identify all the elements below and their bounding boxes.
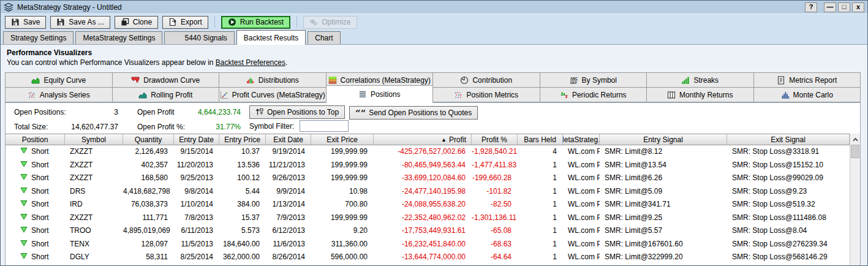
visualizer-tab-equity-curve[interactable]: Equity Curve — [5, 72, 113, 88]
column-header-exit-signal[interactable]: Exit Signal — [727, 134, 850, 145]
minimize-button[interactable]: — — [824, 2, 836, 12]
cell: 8/26/2014 — [266, 251, 311, 264]
cell: 311,360.00 — [311, 238, 374, 251]
close-button[interactable]: x — [852, 2, 864, 12]
position-type-cell: Short — [6, 159, 65, 172]
positions-icon — [358, 90, 367, 99]
column-label: Profit % — [481, 135, 507, 144]
drawdown-curve-icon — [131, 76, 140, 85]
cell: WL.com P... — [563, 224, 600, 238]
table-row[interactable]: ShortTENX128,09711/5/2013184,640.0011/6/… — [6, 238, 850, 251]
visualizer-tab-distributions[interactable]: Distributions — [219, 72, 326, 88]
button-label: Optimize — [322, 18, 350, 26]
column-header-position[interactable]: Position — [6, 134, 65, 145]
save-icon — [11, 18, 20, 26]
cell: WL.com P... — [563, 172, 600, 185]
cell: 596,000.00 — [311, 251, 374, 264]
cell: WL.com P... — [563, 211, 600, 225]
column-header-exit-price[interactable]: Exit Price — [311, 134, 374, 145]
export-button[interactable]: Export — [162, 16, 208, 29]
scrollbar-thumb[interactable] — [851, 145, 859, 158]
visualizer-tab-monte-carlo[interactable]: Monte Carlo — [753, 87, 861, 102]
visualizer-tab-analysis-series[interactable]: Analysis Series — [5, 87, 113, 102]
tab-metastrategy-settings[interactable]: MetaStrategy Settings — [75, 31, 162, 44]
monthly-returns-icon — [667, 91, 676, 99]
column-header-bars-held[interactable]: Bars Held — [518, 134, 563, 145]
column-header-quantity[interactable]: Quantity — [123, 134, 174, 145]
visualizer-tab-rolling-profit[interactable]: Rolling Profit — [112, 87, 220, 102]
short-triangle-icon — [20, 172, 28, 185]
visualizer-tab-monthly-returns[interactable]: Monthly Returns — [646, 87, 754, 102]
tab-5440-signals[interactable]: 5440 Signals — [164, 31, 234, 44]
column-header-symbol[interactable]: Symbol — [65, 134, 123, 145]
table-row[interactable]: ShortZXZZT111,7717/8/201315.377/9/201319… — [6, 211, 850, 225]
clone-icon — [121, 18, 129, 26]
cell: WL.com P... — [563, 251, 600, 264]
cell-value: Short — [31, 185, 49, 199]
cell: 184,640.00 — [219, 238, 266, 251]
cell: SMR: Limit@6.26 — [600, 172, 727, 185]
visualizer-tab-row-2: Analysis SeriesRolling ProfitProfit Curv… — [5, 87, 861, 102]
subtitle-text: You can control which Performance Visual… — [7, 58, 216, 67]
column-header-exit-date[interactable]: Exit Date — [266, 134, 311, 145]
column-header-entry-date[interactable]: Entry Date — [174, 134, 219, 145]
visualizer-tab-profit-curves-metastrategy[interactable]: Profit Curves (MetaStrategy) — [219, 87, 326, 102]
cell: SMR: Stop Loss@15152.10 — [727, 159, 850, 172]
cell: 9/25/2013 — [174, 172, 219, 185]
table-row[interactable]: ShortDRS4,418,682,7989/8/20145.449/9/201… — [6, 185, 850, 199]
visualizer-tab-periodic-returns[interactable]: Periodic Returns — [540, 87, 647, 102]
scroll-up-button[interactable] — [850, 134, 860, 145]
app-icon — [4, 2, 13, 12]
cell-value: Short — [31, 198, 49, 211]
rolling-profit-icon — [138, 91, 147, 99]
vertical-scrollbar[interactable] — [850, 134, 860, 265]
symbol-filter-input[interactable] — [300, 120, 349, 132]
tab-strategy-settings[interactable]: Strategy Settings — [3, 31, 74, 44]
table-row[interactable]: ShortIRD76,038,3731/10/2014384.001/13/20… — [6, 198, 850, 211]
cell: 128,097 — [123, 238, 174, 251]
table-row[interactable]: ShortZXZZT2,126,4939/15/201410.379/19/20… — [6, 145, 850, 159]
tab-backtest-results[interactable]: Backtest Results — [236, 30, 306, 45]
visualizer-tab-drawdown-curve[interactable]: Drawdown Curve — [112, 72, 220, 88]
tab-label: Chart — [315, 34, 333, 42]
svg-text:ABC: ABC — [570, 77, 578, 80]
cell-value: Short — [31, 238, 49, 251]
button-label: Export — [181, 18, 202, 26]
visualizer-tab-metrics-report[interactable]: Metrics Report — [753, 72, 861, 88]
save-button[interactable]: Save — [5, 16, 46, 29]
run-backtest-button[interactable]: Run Backtest — [221, 16, 290, 29]
column-header-profit[interactable]: Profit % — [472, 134, 518, 145]
position-type-cell: Short — [6, 198, 65, 211]
cell: 700.80 — [311, 198, 374, 211]
cell: 11/6/2013 — [266, 238, 311, 251]
send-open-positions-to-quotes-button[interactable]: ““ Send Open Positions to Quotes — [349, 106, 478, 120]
backtest-preferences-link[interactable]: Backtest Preferences — [216, 58, 285, 67]
open-positions-to-top-button[interactable]: Open Positions to Top — [249, 105, 345, 119]
save-as-button[interactable]: Save As ... — [50, 16, 110, 29]
column-header-entry-price[interactable]: Entry Price — [219, 134, 266, 145]
visualizer-tab-contribution[interactable]: Contribution — [432, 72, 540, 88]
short-triangle-icon — [20, 185, 28, 199]
clone-button[interactable]: Clone — [115, 16, 158, 29]
cell: SMR: Limit@322999.20 — [600, 251, 727, 264]
maximize-button[interactable]: □ — [838, 2, 850, 12]
visualizer-tab-by-symbol[interactable]: ABCDEFBy Symbol — [540, 72, 647, 88]
total-size-label: Total Size: — [14, 123, 48, 131]
visualizer-tab-positions[interactable]: Positions — [326, 85, 434, 103]
short-triangle-icon — [20, 159, 28, 172]
table-row[interactable]: ShortZXZZT402,35711/20/201313.53611/21/2… — [6, 159, 850, 172]
position-type-cell: Short — [6, 238, 65, 251]
column-header-entry-signal[interactable]: Entry Signal — [600, 134, 727, 145]
tab-chart[interactable]: Chart — [308, 31, 340, 44]
visualizer-tab-position-metrics[interactable]: Position Metrics — [432, 87, 540, 102]
visualizer-tab-streaks[interactable]: Streaks — [646, 72, 754, 88]
titlebar: MetaStrategy Strategy - Untitled ?—□x — [1, 1, 867, 13]
tab-label: By Symbol — [582, 76, 617, 85]
help-button[interactable]: ? — [805, 2, 817, 12]
table-row[interactable]: ShortTROO4,895,019,0696/11/20135.5736/12… — [6, 224, 850, 238]
main-tab-strip: Strategy SettingsMetaStrategy Settings54… — [1, 30, 867, 45]
table-row[interactable]: ShortDGLY58,3118/25/2014362,000.008/26/2… — [6, 251, 850, 264]
column-header-profit[interactable]: ▲Profit — [374, 134, 472, 145]
column-header-metastrateg[interactable]: MetaStrateg... — [563, 134, 600, 145]
table-row[interactable]: ShortZXZZT168,5809/25/2013100.129/26/201… — [6, 172, 850, 185]
